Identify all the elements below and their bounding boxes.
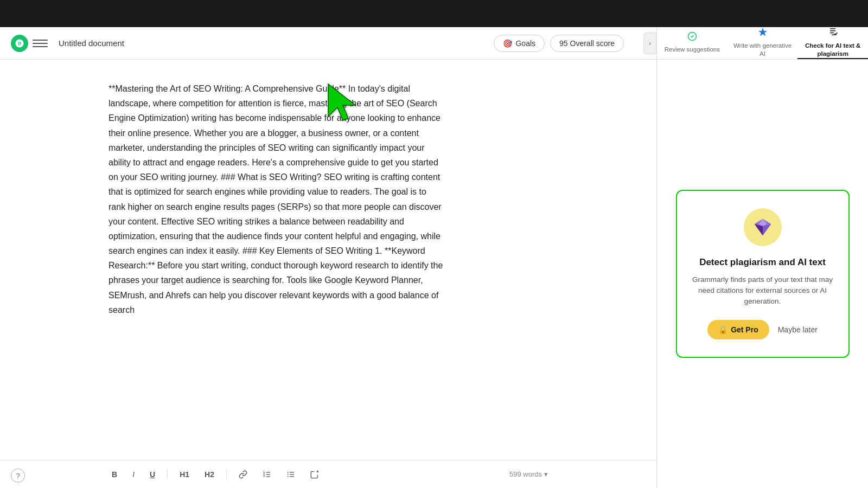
tab-review-suggestions[interactable]: Review suggestions — [657, 27, 727, 59]
tab-write-ai-label: Write with generative AI — [731, 42, 795, 58]
ordered-list-button[interactable]: 1. 2. 3. — [259, 468, 275, 481]
help-icon[interactable]: ? — [11, 468, 25, 483]
tab-check-plagiarism[interactable]: Check for AI text & plagiarism — [797, 27, 868, 59]
editor-content[interactable]: **Mastering the Art of SEO Writing: A Co… — [0, 60, 656, 460]
svg-text:3.: 3. — [263, 475, 265, 478]
sidebar-tabs: Review suggestions Write with generative… — [657, 27, 868, 60]
clear-format-button[interactable] — [307, 468, 322, 481]
menu-icon[interactable] — [33, 36, 48, 51]
write-ai-tab-icon — [758, 27, 768, 40]
bold-button[interactable]: B — [108, 468, 120, 481]
editor-container: Untitled document 🎯 Goals 95 Overall sco… — [0, 27, 656, 488]
underline-button[interactable]: U — [146, 468, 158, 481]
unordered-list-button[interactable] — [283, 468, 298, 481]
word-count-label: 599 words — [509, 470, 542, 478]
toolbar-separator-1 — [167, 470, 168, 479]
diamond-icon-wrapper — [744, 208, 782, 246]
svg-point-12 — [288, 476, 289, 477]
tab-check-plagiarism-label: Check for AI text & plagiarism — [801, 42, 865, 58]
editor-text[interactable]: **Mastering the Art of SEO Writing: A Co… — [108, 81, 445, 317]
get-pro-icon: 🔒 — [718, 325, 727, 334]
sidebar: Review suggestions Write with generative… — [656, 27, 868, 488]
goals-button[interactable]: 🎯 Goals — [494, 35, 545, 52]
header-controls: 🎯 Goals 95 Overall score — [494, 35, 624, 52]
check-plagiarism-tab-icon — [828, 27, 838, 40]
review-tab-icon — [687, 31, 697, 44]
svg-point-10 — [288, 472, 289, 473]
svg-point-11 — [288, 474, 289, 475]
detect-card-description: Grammarly finds parts of your text that … — [692, 274, 833, 307]
sidebar-content: Detect plagiarism and AI text Grammarly … — [657, 60, 868, 488]
word-count-chevron: ▾ — [544, 470, 548, 478]
grammarly-logo — [11, 35, 28, 52]
tab-review-label: Review suggestions — [665, 46, 720, 54]
goals-icon: 🎯 — [503, 39, 512, 48]
tab-write-ai[interactable]: Write with generative AI — [727, 27, 798, 59]
get-pro-button[interactable]: 🔒 Get Pro — [707, 320, 769, 339]
detect-plagiarism-card: Detect plagiarism and AI text Grammarly … — [676, 190, 850, 358]
editor-header: Untitled document 🎯 Goals 95 Overall sco… — [0, 27, 656, 60]
h1-button[interactable]: H1 — [176, 468, 193, 481]
help-label: ? — [16, 472, 20, 480]
score-button[interactable]: 95 Overall score — [550, 35, 624, 52]
diamond-icon — [752, 217, 773, 237]
detect-card-title: Detect plagiarism and AI text — [692, 257, 833, 268]
editor-toolbar: B I U H1 H2 1. 2. 3. — [0, 460, 656, 488]
italic-button[interactable]: I — [129, 468, 138, 481]
collapse-sidebar-button[interactable]: › — [643, 33, 656, 54]
get-pro-label: Get Pro — [731, 325, 758, 334]
h2-button[interactable]: H2 — [201, 468, 218, 481]
link-button[interactable] — [235, 468, 251, 481]
score-label: 95 Overall score — [559, 39, 615, 48]
toolbar-separator-2 — [226, 470, 227, 479]
goals-label: Goals — [515, 39, 535, 48]
word-count: 599 words ▾ — [509, 470, 548, 478]
detect-card-actions: 🔒 Get Pro Maybe later — [692, 320, 833, 339]
doc-title: Untitled document — [59, 38, 494, 48]
maybe-later-button[interactable]: Maybe later — [778, 325, 818, 334]
